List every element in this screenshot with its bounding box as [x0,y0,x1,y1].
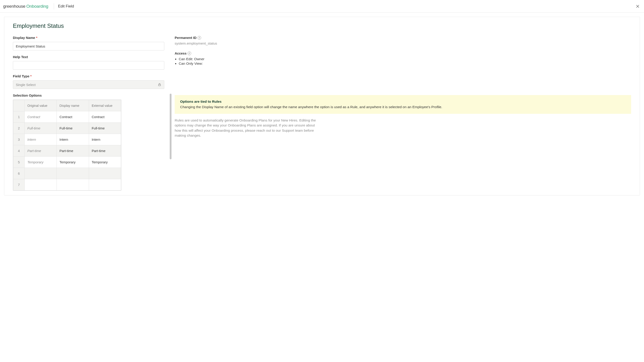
permanent-id-value: system.employment_status [175,41,631,46]
cell-external[interactable]: Intern [89,134,121,145]
page: Employment Status Display Name * Help Te… [0,13,644,196]
table-row: 5TemporaryTemporaryTemporary [13,156,121,168]
field-type-select: Single Select [13,80,164,89]
table-row: 7 [13,179,121,191]
scrollbar-thumb[interactable] [170,94,172,159]
table-row: 3InternInternIntern [13,134,121,145]
close-button[interactable] [634,3,641,10]
svg-rect-2 [158,84,160,86]
row-number: 1 [13,111,25,123]
row-number: 6 [13,168,25,179]
can-edit-label: Can Edit: [179,57,193,61]
rules-paragraph: Rules are used to automatically generate… [175,118,319,138]
topbar-title: Edit Field [58,4,74,9]
cell-external[interactable] [89,179,121,191]
column-left: Display Name * Help Text Field Type * [13,36,164,195]
display-name-label: Display Name * [13,36,164,40]
help-text-block: Help Text [13,55,164,70]
cell-original: Intern [25,134,57,145]
display-name-block: Display Name * [13,36,164,51]
info-icon[interactable]: i [198,36,201,40]
th-display: Display name [57,100,89,111]
cell-external[interactable]: Temporary [89,156,121,168]
cell-original [25,168,57,179]
cell-original [25,179,57,191]
cell-display[interactable]: Contract [57,111,89,123]
brand-part2: Onboarding [26,4,48,9]
topbar: greenhouse Onboarding Edit Field [0,0,644,13]
cell-display[interactable] [57,179,89,191]
info-icon[interactable]: i [188,52,191,55]
options-table-wrap: Original value Display name External val… [13,100,121,191]
field-type-value: Single Select [16,83,36,87]
page-title: Employment Status [13,22,631,29]
cell-external[interactable]: Contract [89,111,121,123]
table-row: 2Full-timeFull-timeFull-time [13,123,121,134]
permanent-id-label: Permanent ID i [175,36,631,40]
field-type-label: Field Type * [13,74,164,78]
card: Employment Status Display Name * Help Te… [4,17,640,196]
access-list: Can Edit: Owner Can Only View: [175,57,631,66]
cell-original: Contract [25,111,57,123]
cell-display[interactable]: Intern [57,134,89,145]
notice-box: Options are tied to Rules Changing the D… [175,95,631,114]
th-external: External value [89,100,121,111]
brand-part1: greenhouse [3,4,25,9]
help-text-label: Help Text [13,55,164,59]
column-right: Permanent ID i system.employment_status … [175,36,631,195]
th-number [13,100,25,111]
notice-title: Options are tied to Rules [180,99,626,104]
cell-external[interactable]: Part-time [89,145,121,156]
close-icon [636,4,640,8]
display-name-label-text: Display Name [13,36,35,40]
row-number: 4 [13,145,25,156]
field-type-label-text: Field Type [13,74,30,78]
row-number: 7 [13,179,25,191]
cell-display[interactable]: Full-time [57,123,89,134]
lock-icon [158,83,161,86]
vertical-divider [54,3,54,10]
permanent-id-label-text: Permanent ID [175,36,196,40]
row-number: 3 [13,134,25,145]
access-can-edit: Can Edit: Owner [179,57,631,61]
th-original: Original value [25,100,57,111]
cell-display[interactable] [57,168,89,179]
cell-original: Temporary [25,156,57,168]
access-label-text: Access [175,51,187,55]
required-asterisk: * [36,36,37,40]
cell-original: Full-time [25,123,57,134]
row-number: 2 [13,123,25,134]
selection-options-block: Selection Options Original value Display… [13,93,164,191]
can-edit-value: Owner [194,57,204,61]
columns: Display Name * Help Text Field Type * [13,36,631,195]
brand-logo: greenhouse Onboarding [3,4,48,9]
table-row: 1ContractContractContract [13,111,121,123]
cell-external[interactable] [89,168,121,179]
can-view-label: Can Only View: [179,62,203,65]
cell-original: Part-time [25,145,57,156]
table-row: 4Part-timePart-timePart-time [13,145,121,156]
cell-display[interactable]: Part-time [57,145,89,156]
cell-external[interactable]: Full-time [89,123,121,134]
options-table: Original value Display name External val… [13,100,121,191]
display-name-input[interactable] [13,42,164,51]
selection-options-label: Selection Options [13,93,164,97]
notice-body: Changing the Display Name of an existing… [180,105,626,109]
access-label: Access i [175,51,631,55]
cell-display[interactable]: Temporary [57,156,89,168]
row-number: 5 [13,156,25,168]
help-text-input[interactable] [13,61,164,70]
field-type-block: Field Type * Single Select [13,74,164,89]
table-row: 6 [13,168,121,179]
required-asterisk: * [30,74,32,78]
access-can-view: Can Only View: [179,62,631,66]
